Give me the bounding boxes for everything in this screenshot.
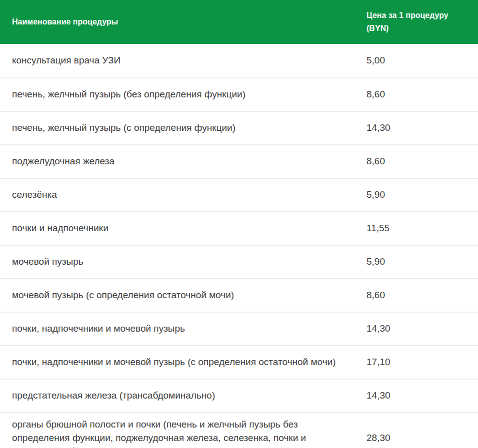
table-row: мочевой пузырь 5,90 bbox=[0, 245, 478, 278]
table-body: консультация врача УЗИ 5,00 печень, желч… bbox=[0, 44, 478, 448]
table-row: предстательная железа (трансабдоминально… bbox=[0, 379, 478, 412]
procedure-price: 5,00 bbox=[366, 49, 478, 72]
table-row: селезёнка 5,90 bbox=[0, 178, 478, 211]
procedure-price: 11,55 bbox=[366, 217, 478, 240]
column-header-procedure: Наименование процедуры bbox=[0, 15, 366, 28]
table-row: почки, надпочечники и мочевой пузырь 14,… bbox=[0, 312, 478, 345]
procedure-name: мочевой пузырь bbox=[0, 250, 366, 274]
procedure-price: 28,30 bbox=[366, 427, 478, 448]
procedure-price: 17,10 bbox=[366, 351, 478, 374]
table-row: почки, надпочечники и мочевой пузырь (с … bbox=[0, 345, 478, 379]
procedure-name: поджелудочная железа bbox=[0, 150, 366, 173]
procedure-name: почки, надпочечники и мочевой пузырь bbox=[0, 317, 366, 341]
procedure-price: 8,60 bbox=[366, 284, 478, 307]
procedure-price: 14,30 bbox=[366, 317, 478, 341]
procedure-name: предстательная железа (трансабдоминально… bbox=[0, 384, 366, 408]
column-header-price: Цена за 1 процедуру (BYN) bbox=[366, 9, 478, 35]
table-row: мочевой пузырь (с определения остаточной… bbox=[0, 278, 478, 312]
procedure-name: почки и надпочечники bbox=[0, 217, 366, 240]
table-row: поджелудочная железа 8,60 bbox=[0, 144, 478, 178]
procedure-name: печень, желчный пузырь (без определения … bbox=[0, 83, 366, 106]
column-header-price-label: Цена за 1 процедуру (BYN) bbox=[366, 9, 456, 35]
table-row: печень, желчный пузырь (без определения … bbox=[0, 77, 478, 111]
procedure-price: 5,90 bbox=[366, 183, 478, 207]
procedure-price: 8,60 bbox=[366, 150, 478, 173]
procedure-price: 14,30 bbox=[366, 384, 478, 408]
table-row: почки и надпочечники 11,55 bbox=[0, 211, 478, 245]
procedure-name: консультация врача УЗИ bbox=[0, 49, 366, 72]
procedure-name: селезёнка bbox=[0, 183, 366, 207]
procedure-name: мочевой пузырь (с определения остаточной… bbox=[0, 284, 366, 307]
procedure-price: 5,90 bbox=[366, 250, 478, 274]
procedure-name: органы брюшной полости и почки (печень и… bbox=[0, 413, 366, 448]
table-row: печень, желчный пузырь (с определения фу… bbox=[0, 111, 478, 144]
procedure-price: 14,30 bbox=[366, 116, 478, 140]
table-row: консультация врача УЗИ 5,00 bbox=[0, 44, 478, 77]
table-row: органы брюшной полости и почки (печень и… bbox=[0, 412, 478, 448]
procedure-name: печень, желчный пузырь (с определения фу… bbox=[0, 116, 366, 140]
procedure-price: 8,60 bbox=[366, 83, 478, 106]
procedure-name: почки, надпочечники и мочевой пузырь (с … bbox=[0, 351, 366, 374]
price-table: Наименование процедуры Цена за 1 процеду… bbox=[0, 0, 478, 448]
table-header-row: Наименование процедуры Цена за 1 процеду… bbox=[0, 0, 478, 44]
